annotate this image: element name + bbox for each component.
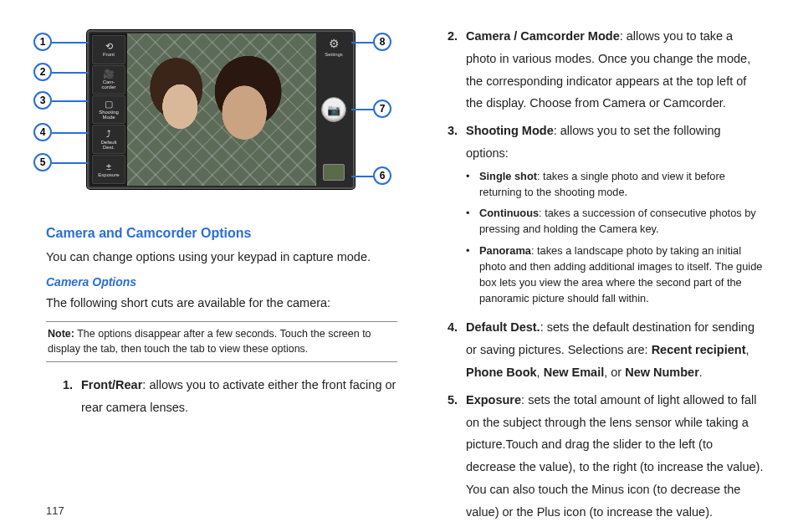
list-item: Shooting Mode: allows you to set the fol… — [431, 120, 765, 311]
note-label: Note: — [48, 328, 74, 340]
photo-preview — [127, 33, 316, 186]
shutter-button[interactable]: 📷 — [321, 97, 346, 122]
callout-2: 2 — [33, 63, 52, 81]
front-rear-button[interactable]: ⟲Front — [92, 35, 125, 64]
camera-left-toolbar: ⟲Front 🎥Cam- corder ▢Shooting Mode ⤴Defa… — [90, 33, 127, 186]
gallery-thumbnail[interactable] — [323, 164, 345, 181]
list-item: Camera / Camcorder Mode: allows you to t… — [431, 25, 765, 115]
camera-figure: ⟲Front 🎥Cam- corder ▢Shooting Mode ⤴Defa… — [33, 25, 376, 201]
settings-label: Settings — [325, 52, 343, 57]
note-body: The options disappear after a few second… — [48, 328, 371, 355]
page-columns: ⟲Front 🎥Cam- corder ▢Shooting Mode ⤴Defa… — [46, 25, 765, 529]
camcorder-button[interactable]: 🎥Cam- corder — [92, 65, 125, 95]
note-box: Note: The options disappear after a few … — [46, 321, 397, 362]
exposure-icon: ± — [106, 162, 111, 171]
callout-8: 8 — [373, 33, 391, 51]
bullet-item: Panorama: takes a landscape photo by tak… — [466, 243, 765, 307]
list-item: Default Dest.: sets the default destinat… — [431, 316, 765, 383]
camcorder-icon: 🎥 — [103, 69, 115, 79]
options-list-left: Front/Rear: allows you to activate eithe… — [46, 374, 397, 419]
gear-icon[interactable]: ⚙ — [329, 37, 340, 50]
page-number: 117 — [46, 504, 64, 517]
left-column: ⟲Front 🎥Cam- corder ▢Shooting Mode ⤴Defa… — [46, 25, 397, 529]
bullet-item: Single shot: takes a single photo and vi… — [466, 168, 765, 200]
list-item: Exposure: sets the total amount of light… — [431, 389, 765, 524]
callout-6: 6 — [373, 166, 391, 185]
default-dest-button[interactable]: ⤴Default Dest. — [92, 125, 125, 154]
callout-3: 3 — [33, 91, 52, 110]
intro-text: You can change options using your keypad… — [46, 248, 397, 267]
section-heading: Camera and Camcorder Options — [46, 226, 397, 241]
camera-frame: ⟲Front 🎥Cam- corder ▢Shooting Mode ⤴Defa… — [87, 30, 355, 189]
exposure-button[interactable]: ±Exposure — [92, 155, 125, 184]
camera-flip-icon: ⟲ — [105, 42, 113, 51]
callout-7: 7 — [373, 100, 391, 118]
options-list-right: Camera / Camcorder Mode: allows you to t… — [431, 25, 765, 524]
callout-1: 1 — [33, 33, 52, 51]
bullet-item: Continuous: takes a succession of consec… — [466, 205, 765, 237]
shooting-mode-button[interactable]: ▢Shooting Mode — [92, 95, 125, 125]
callout-5: 5 — [33, 153, 52, 171]
subsection-heading: Camera Options — [46, 275, 397, 289]
list-item: Front/Rear: allows you to activate eithe… — [46, 374, 397, 419]
camera-right-toolbar: ⚙ Settings 📷 — [316, 33, 351, 186]
shooting-mode-bullets: Single shot: takes a single photo and vi… — [466, 168, 765, 307]
right-column: Camera / Camcorder Mode: allows you to t… — [431, 25, 765, 529]
camera-icon: 📷 — [327, 104, 340, 116]
shortcuts-intro: The following short cuts are available f… — [46, 294, 397, 313]
callout-4: 4 — [33, 123, 52, 141]
destination-icon: ⤴ — [106, 130, 111, 139]
shooting-mode-icon: ▢ — [105, 100, 113, 109]
viewfinder — [127, 33, 316, 186]
